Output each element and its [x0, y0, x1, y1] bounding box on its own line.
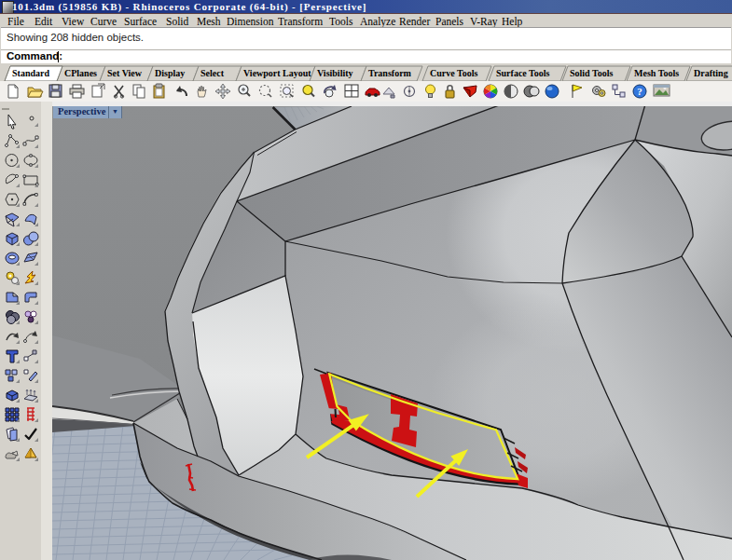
svg-text:Standard: Standard: [12, 68, 49, 78]
svg-text:Surface Tools: Surface Tools: [496, 68, 550, 78]
svg-text:Viewport Layout: Viewport Layout: [243, 68, 311, 78]
svg-text:CPlanes: CPlanes: [64, 68, 97, 78]
svg-text:Transform: Transform: [368, 68, 412, 78]
svg-text:Curve Tools: Curve Tools: [430, 68, 478, 78]
svg-text:Mesh Tools: Mesh Tools: [634, 68, 679, 78]
svg-text:Set View: Set View: [107, 68, 143, 78]
svg-text:Solid Tools: Solid Tools: [570, 68, 614, 78]
svg-text:Display: Display: [155, 68, 185, 78]
svg-text:Select: Select: [200, 68, 225, 78]
svg-text:Visibility: Visibility: [317, 68, 353, 78]
svg-text:?: ?: [637, 86, 642, 97]
svg-text:Drafting: Drafting: [694, 68, 728, 78]
